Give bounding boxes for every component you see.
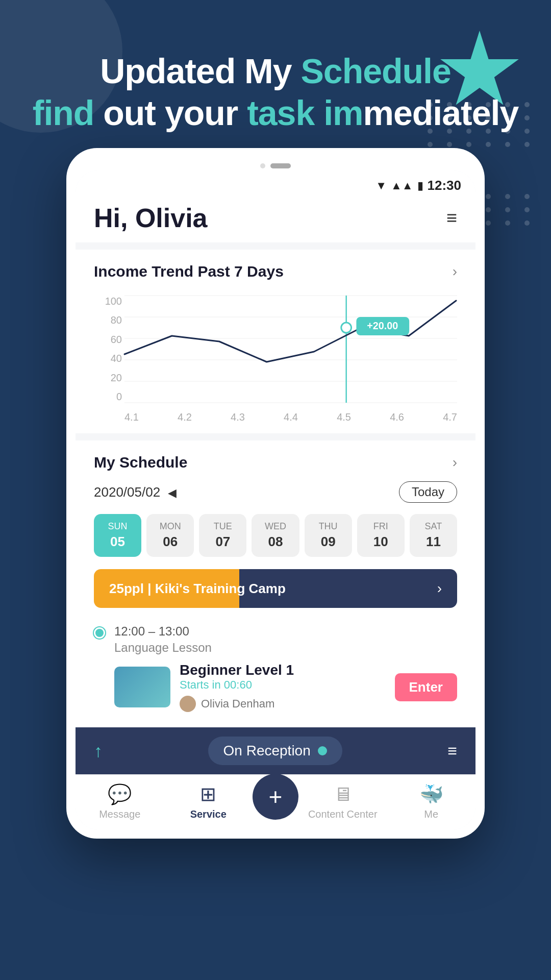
day-num-thu: 09 (321, 534, 336, 550)
reception-online-dot (318, 746, 327, 755)
scroll-indicator (76, 157, 475, 170)
time-line-content: 12:00 – 13:00 Language Lesson Beginner L… (114, 624, 457, 712)
income-section-header: Income Trend Past 7 Days › (94, 263, 457, 280)
lesson-name: Language Lesson (114, 641, 457, 655)
event-bar[interactable]: 25ppl | Kiki's Training Camp › (94, 569, 457, 608)
schedule-section: My Schedule › 2020/05/02 ◀ Today SUN 05 (76, 440, 475, 727)
status-icons: ▼ ▲▲ ▮ 12:30 (375, 178, 461, 193)
phone-screen: ▼ ▲▲ ▮ 12:30 Hi, Olivia ≡ Income Trend P… (76, 170, 475, 829)
income-arrow-icon[interactable]: › (453, 263, 457, 280)
x-label-41: 4.1 (124, 411, 139, 423)
content-center-icon: 🖥 (333, 783, 353, 805)
day-name-sun: SUN (108, 521, 128, 532)
reception-bar: ↑ On Reception ≡ (76, 727, 475, 774)
nav-label-content-center: Content Center (308, 808, 378, 820)
reception-text: On Reception (223, 743, 311, 759)
reception-status[interactable]: On Reception (208, 737, 342, 765)
scroll-dot-2 (270, 163, 291, 168)
enter-button[interactable]: Enter (395, 673, 457, 701)
day-item-wed[interactable]: WED 08 (252, 514, 299, 557)
day-name-thu: THU (319, 521, 338, 532)
x-axis: 4.1 4.2 4.3 4.4 4.5 4.6 4.7 (124, 411, 457, 423)
nav-item-service[interactable]: ⊞ Service (164, 783, 253, 820)
x-label-42: 4.2 (178, 411, 192, 423)
income-section: Income Trend Past 7 Days › 100 80 60 40 … (76, 250, 475, 433)
hero-line2: find out your task immediately (0, 93, 551, 133)
service-icon: ⊞ (200, 783, 216, 805)
hero-word-out-your-task: out your (94, 93, 247, 132)
y-label-80: 80 (94, 314, 122, 326)
day-item-thu[interactable]: THU 09 (305, 514, 352, 557)
event-divider: | (147, 581, 155, 596)
add-button[interactable]: + (253, 774, 298, 820)
status-bar: ▼ ▲▲ ▮ 12:30 (76, 170, 475, 198)
hero-section: Updated My Schedule find out your task i… (0, 51, 551, 133)
lesson-title: Beginner Level 1 (180, 662, 386, 678)
hero-word-im: im (323, 93, 363, 132)
day-item-sat[interactable]: SAT 11 (410, 514, 457, 557)
schedule-date: 2020/05/02 ◀ (94, 484, 177, 500)
schedule-arrow-icon[interactable]: › (453, 454, 457, 471)
schedule-header: My Schedule › (94, 454, 457, 471)
nav-item-content-center[interactable]: 🖥 Content Center (298, 783, 387, 820)
instructor-name: Olivia Denham (201, 697, 274, 710)
hero-word-mediately: mediately (363, 93, 519, 132)
day-name-fri: FRI (373, 521, 388, 532)
schedule-title: My Schedule (94, 454, 187, 471)
time-dot-icon (94, 627, 105, 639)
up-arrow-icon[interactable]: ↑ (94, 741, 103, 761)
day-name-wed: WED (265, 521, 286, 532)
day-item-fri[interactable]: FRI 10 (357, 514, 405, 557)
nav-item-message[interactable]: 💬 Message (76, 783, 164, 820)
day-num-fri: 10 (373, 534, 388, 550)
nav-item-me[interactable]: 🐳 Me (387, 783, 476, 820)
nav-label-message: Message (99, 808, 140, 820)
day-item-tue[interactable]: TUE 07 (199, 514, 246, 557)
x-label-45: 4.5 (337, 411, 351, 423)
date-text: 2020/05/02 (94, 484, 160, 500)
x-label-43: 4.3 (231, 411, 245, 423)
y-label-20: 20 (94, 372, 122, 384)
lesson-thumbnail (114, 667, 170, 707)
reception-menu-icon[interactable]: ≡ (447, 742, 457, 761)
y-label-40: 40 (94, 353, 122, 364)
signal-icon: ▲▲ (391, 179, 413, 192)
day-num-wed: 08 (268, 534, 283, 550)
status-time: 12:30 (428, 178, 462, 193)
today-button[interactable]: Today (399, 481, 457, 503)
day-name-tue: TUE (214, 521, 232, 532)
time-range: 12:00 – 13:00 (114, 624, 457, 639)
schedule-date-row: 2020/05/02 ◀ Today (94, 481, 457, 503)
greeting-hi: Hi, (94, 203, 128, 233)
hero-word-find: find (33, 93, 94, 132)
income-title: Income Trend Past 7 Days (94, 263, 284, 280)
event-bar-arrow-icon: › (437, 580, 442, 597)
day-item-sun[interactable]: SUN 05 (94, 514, 141, 557)
hamburger-menu-icon[interactable]: ≡ (446, 207, 457, 229)
time-slot: 12:00 – 13:00 Language Lesson Beginner L… (94, 619, 457, 717)
hero-word-task: task (247, 93, 323, 132)
income-chart: 100 80 60 40 20 0 (94, 290, 457, 423)
nav-label-service: Service (190, 808, 227, 820)
event-title: Kiki's Training Camp (155, 581, 286, 596)
x-label-46: 4.6 (390, 411, 404, 423)
battery-icon: ▮ (417, 179, 423, 192)
day-num-mon: 06 (163, 534, 178, 550)
svg-text:+20.00: +20.00 (367, 320, 398, 331)
x-label-44: 4.4 (284, 411, 298, 423)
hero-line1: Updated My Schedule (0, 51, 551, 91)
day-num-tue: 07 (215, 534, 230, 550)
day-item-mon[interactable]: MON 06 (146, 514, 194, 557)
day-num-sat: 11 (426, 534, 441, 550)
add-icon: + (269, 783, 283, 811)
day-num-sun: 05 (110, 534, 125, 550)
day-name-mon: MON (160, 521, 181, 532)
wifi-icon: ▼ (375, 179, 387, 192)
phone-mockup: ▼ ▲▲ ▮ 12:30 Hi, Olivia ≡ Income Trend P… (66, 148, 485, 839)
event-bar-text: 25ppl | Kiki's Training Camp (109, 581, 286, 597)
greeting-name: Olivia (135, 203, 208, 233)
date-arrow-icon[interactable]: ◀ (168, 486, 177, 499)
x-label-47: 4.7 (443, 411, 457, 423)
message-icon: 💬 (108, 783, 132, 805)
phone-outer-frame: ▼ ▲▲ ▮ 12:30 Hi, Olivia ≡ Income Trend P… (66, 148, 485, 839)
